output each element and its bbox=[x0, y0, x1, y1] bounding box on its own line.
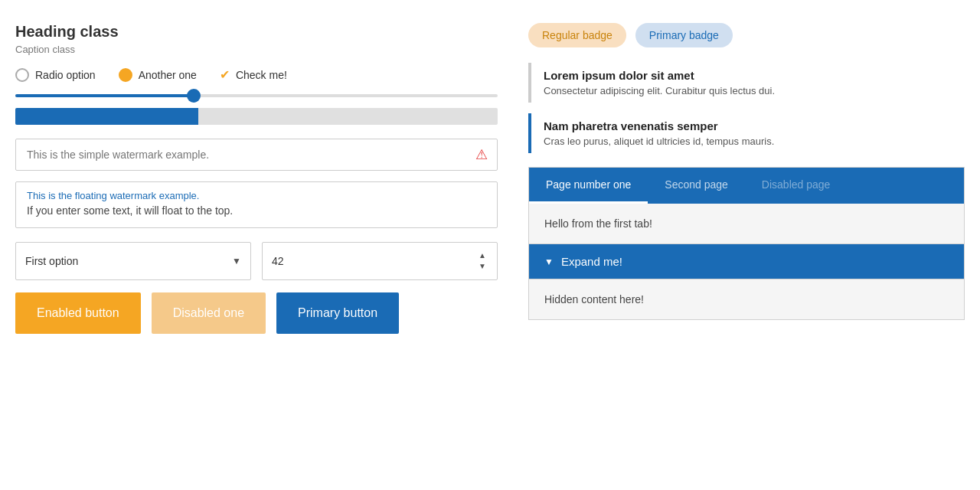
error-icon: ⚠ bbox=[475, 146, 488, 163]
disabled-button: Disabled one bbox=[152, 292, 266, 334]
radio-option-2-label: Another one bbox=[139, 69, 197, 81]
right-panel: Regular badge Primary badge Lorem ipsum … bbox=[528, 23, 965, 334]
tab-page-number-one[interactable]: Page number one bbox=[529, 168, 648, 204]
left-panel: Heading class Caption class Radio option… bbox=[15, 23, 498, 334]
tab-second-page[interactable]: Second page bbox=[648, 168, 745, 204]
checkmark-icon: ✔ bbox=[220, 67, 230, 82]
blockquote-1-title: Lorem ipsum dolor sit amet bbox=[544, 69, 965, 82]
page-caption: Caption class bbox=[15, 44, 498, 55]
simple-input-wrapper: ⚠ bbox=[15, 139, 498, 171]
badges-row: Regular badge Primary badge bbox=[528, 23, 965, 47]
radio-group: Radio option Another one ✔ Check me! bbox=[15, 67, 498, 82]
accordion-content: Hidden content here! bbox=[529, 279, 964, 319]
slider-fill bbox=[15, 94, 194, 97]
tab-disabled-page: Disabled page bbox=[745, 168, 848, 204]
buttons-row: Enabled button Disabled one Primary butt… bbox=[15, 292, 498, 334]
blockquote-2-text: Cras leo purus, aliquet id ultricies id,… bbox=[544, 136, 965, 147]
slider-container bbox=[15, 94, 498, 97]
progress-fill bbox=[15, 108, 198, 125]
checkbox-label: Check me! bbox=[236, 69, 287, 81]
primary-badge: Primary badge bbox=[635, 23, 733, 47]
blockquote-1: Lorem ipsum dolor sit amet Consectetur a… bbox=[528, 63, 965, 103]
radio-circle-empty bbox=[15, 68, 29, 82]
accordion-header[interactable]: ▼ Expand me! bbox=[529, 244, 964, 279]
select-value: First option bbox=[25, 255, 232, 267]
tabs-header: Page number one Second page Disabled pag… bbox=[529, 168, 964, 204]
accordion-title: Expand me! bbox=[561, 255, 622, 268]
select-wrapper[interactable]: First option ▼ bbox=[15, 242, 251, 280]
blockquote-1-text: Consectetur adipiscing elit. Curabitur q… bbox=[544, 85, 965, 96]
floating-label: This is the floating watermark example. bbox=[27, 190, 486, 201]
controls-row: First option ▼ 42 ▲ ▼ bbox=[15, 242, 498, 280]
slider-track[interactable] bbox=[15, 94, 498, 97]
floating-input-text: If you enter some text, it will float to… bbox=[27, 204, 486, 217]
floating-input-wrapper[interactable]: This is the floating watermark example. … bbox=[15, 181, 498, 228]
spinner-buttons: ▲ ▼ bbox=[477, 251, 488, 271]
radio-option-1-label: Radio option bbox=[35, 69, 96, 81]
tabs-container: Page number one Second page Disabled pag… bbox=[528, 167, 965, 244]
accordion: ▼ Expand me! Hidden content here! bbox=[528, 244, 965, 320]
chevron-down-icon: ▼ bbox=[232, 256, 241, 266]
tab-content: Hello from the first tab! bbox=[529, 204, 964, 243]
spinner-wrapper[interactable]: 42 ▲ ▼ bbox=[262, 242, 498, 280]
spinner-up-button[interactable]: ▲ bbox=[477, 251, 488, 260]
spinner-value: 42 bbox=[272, 255, 284, 267]
checkbox-item[interactable]: ✔ Check me! bbox=[220, 67, 287, 82]
accordion-arrow-icon: ▼ bbox=[544, 256, 554, 267]
spinner-down-button[interactable]: ▼ bbox=[477, 262, 488, 271]
blockquote-2-title: Nam pharetra venenatis semper bbox=[544, 119, 965, 132]
enabled-button[interactable]: Enabled button bbox=[15, 292, 141, 334]
radio-option-2[interactable]: Another one bbox=[119, 68, 197, 82]
primary-button[interactable]: Primary button bbox=[276, 292, 399, 334]
regular-badge: Regular badge bbox=[528, 23, 626, 47]
radio-circle-selected bbox=[119, 68, 132, 82]
slider-thumb[interactable] bbox=[187, 89, 201, 103]
blockquote-2: Nam pharetra venenatis semper Cras leo p… bbox=[528, 113, 965, 153]
progress-bar bbox=[15, 108, 498, 125]
simple-input[interactable] bbox=[16, 139, 497, 170]
page-heading: Heading class bbox=[15, 23, 498, 41]
radio-option-1[interactable]: Radio option bbox=[15, 68, 96, 82]
